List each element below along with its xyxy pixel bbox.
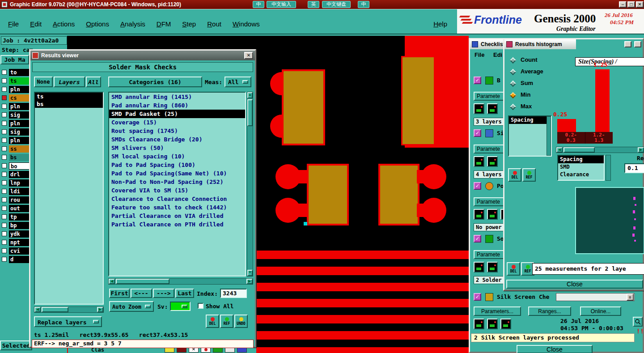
run-action-icon[interactable] (474, 262, 484, 272)
layer-name-chip[interactable]: tp (9, 213, 30, 221)
run-action-icon[interactable] (487, 156, 498, 167)
meas-dropdown[interactable]: All (225, 77, 251, 87)
layer-visibility-checkbox[interactable] (2, 189, 7, 194)
layer-visibility-checkbox[interactable] (2, 214, 7, 219)
layer-name-chip[interactable]: sig (9, 128, 30, 136)
type-item[interactable]: Clearance (558, 171, 604, 179)
category-item[interactable]: SMD annular Ring (1415) (109, 93, 245, 101)
checklist-checkbox[interactable]: ✓ (474, 77, 481, 84)
histogram-titlebar[interactable]: Results histogram (504, 39, 643, 49)
maximize-button[interactable]: □ (627, 1, 635, 8)
run-action-icon[interactable] (487, 319, 498, 329)
layer-visibility-checkbox[interactable] (2, 95, 7, 100)
selected-button[interactable]: Selected (0, 340, 32, 350)
menu-edit[interactable]: Edit (30, 20, 42, 28)
nav-prev-button[interactable]: <--- (131, 289, 152, 298)
layer-visibility-checkbox[interactable] (2, 104, 7, 109)
run-action-icon[interactable] (474, 209, 484, 220)
delete-button[interactable]: DEL (508, 168, 521, 182)
run-action-icon[interactable] (474, 156, 484, 167)
category-item[interactable]: Feature too small to check (1442) (109, 203, 245, 212)
layer-name-chip[interactable]: pln (9, 103, 30, 110)
checklist-checkbox[interactable]: ✓ (474, 129, 481, 137)
layer-visibility-checkbox[interactable] (2, 172, 7, 177)
nav-next-button[interactable]: ---> (153, 289, 174, 298)
layer-name-chip[interactable]: out (9, 205, 30, 212)
measure-listbox[interactable]: Spacing (508, 115, 552, 157)
categories-h-scrollbar[interactable]: ◀ ▶ (108, 278, 253, 285)
stat-sum[interactable]: Sum (510, 80, 553, 89)
menu-dfm[interactable]: DFM (157, 20, 171, 28)
category-item[interactable]: Non-Pad to Non-Pad Spacing (252) (109, 178, 245, 186)
categories-list[interactable]: SMD annular Ring (1415) Pad annular Ring… (108, 92, 246, 276)
menu-actions[interactable]: Actions (53, 20, 75, 28)
ime-button[interactable]: 英 (308, 1, 319, 8)
histogram-window-button[interactable] (634, 41, 641, 47)
run-action-icon[interactable] (487, 209, 498, 220)
layer-name-chip[interactable]: ts (9, 77, 30, 85)
checklist-menu-edit[interactable]: Edi (493, 51, 502, 58)
layer-visibility-checkbox[interactable] (2, 146, 7, 151)
stat-count[interactable]: Count (510, 56, 553, 65)
run-action-icon[interactable] (474, 103, 484, 114)
type-listbox[interactable]: Spacing SMD Clearance (557, 155, 605, 181)
reference-button[interactable]: REF (220, 315, 233, 328)
stat-average[interactable]: Average (510, 68, 553, 77)
minimize-button[interactable]: – (619, 1, 627, 8)
menu-step[interactable]: Step (182, 20, 196, 28)
layer-name-chip[interactable]: npt (9, 239, 30, 246)
layer-visibility-checkbox[interactable] (2, 121, 7, 126)
threshold-value[interactable]: 0.1 (624, 163, 644, 173)
category-item[interactable]: SM slivers (50) (109, 144, 245, 152)
online-button[interactable]: Online... (580, 306, 621, 316)
layer-visibility-checkbox[interactable] (2, 78, 7, 83)
layer-visibility-checkbox[interactable] (2, 223, 7, 228)
reference-button[interactable]: REF (522, 168, 536, 182)
layer-name-chip[interactable]: to (9, 69, 30, 76)
category-item[interactable]: Pad to Pad Spacing(Same Net) (10) (109, 169, 245, 178)
layer-name-chip[interactable]: drl (9, 171, 30, 178)
layers-h-scrollbar[interactable]: ◀ ▶ (34, 306, 104, 313)
layer-name-chip[interactable]: cvi (9, 247, 30, 255)
parameters-footer-button[interactable]: Parameters... (474, 306, 521, 316)
nav-last-button[interactable]: Last (175, 289, 194, 298)
filter-all-button[interactable]: All (86, 77, 101, 87)
filter-none-button[interactable]: None (34, 77, 53, 87)
layer-visibility-checkbox[interactable] (2, 87, 7, 92)
layer-visibility-checkbox[interactable] (2, 231, 7, 236)
ime-button[interactable]: 中文键盘 (322, 1, 351, 8)
layer-name-chip[interactable]: pln (9, 137, 30, 144)
filter-layers-button[interactable]: Layers (54, 77, 85, 87)
index-input[interactable]: 3243 (220, 289, 247, 298)
measurement-preview[interactable] (575, 187, 644, 254)
layer-name-chip[interactable]: bp (9, 222, 30, 229)
run-action-icon[interactable] (474, 319, 484, 329)
menu-help[interactable]: Help (433, 20, 447, 28)
menu-windows[interactable]: Windows (233, 20, 260, 28)
layer-name-chip[interactable]: ldi (9, 188, 30, 195)
category-item[interactable]: Covered VIA to SM (15) (109, 186, 245, 195)
ranges-button[interactable]: Ranges... (528, 306, 571, 316)
checklist-checkbox[interactable]: ✓ (474, 235, 481, 242)
categories-v-scrollbar[interactable]: ▲ ▼ (247, 92, 253, 276)
layer-visibility-checkbox[interactable] (2, 129, 7, 134)
auto-zoom-dropdown[interactable]: Auto Zoom (109, 301, 154, 312)
sv-color-swatch[interactable] (170, 302, 191, 311)
job-manager-tab[interactable]: Job Ma (0, 55, 29, 64)
menu-options[interactable]: Options (86, 20, 109, 28)
histogram-close-button[interactable]: Close (506, 280, 643, 289)
layer-visibility-checkbox[interactable] (2, 180, 7, 185)
layer-visibility-checkbox[interactable] (2, 70, 7, 75)
measure-scrollbar[interactable] (547, 116, 551, 156)
layer-name-chip[interactable]: cs (9, 94, 30, 102)
layer-visibility-checkbox[interactable] (2, 138, 7, 143)
layer-name-chip[interactable]: sig (9, 111, 30, 119)
ime-button[interactable]: 中 (253, 1, 264, 8)
category-item[interactable]: Partial Clearance on VIA drilled (109, 212, 245, 220)
measure-item[interactable]: Spacing (509, 116, 551, 124)
stat-min[interactable]: Min (510, 91, 553, 100)
layer-visibility-checkbox[interactable] (2, 257, 7, 262)
title-bar[interactable]: Graphic Editor 9.07b2 (00@HY-HYCAM-PC084… (0, 0, 644, 9)
undo-button[interactable]: UNDO (234, 315, 248, 328)
category-item[interactable]: SM local spacing (10) (109, 152, 245, 161)
